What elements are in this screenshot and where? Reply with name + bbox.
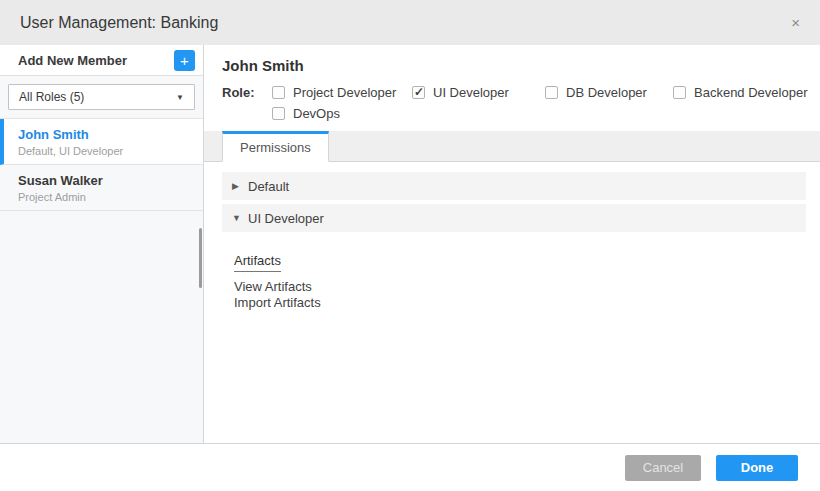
chevron-down-icon: ▼	[232, 213, 248, 223]
role-assignment: Role: Project Developer UI Developer DB …	[222, 85, 820, 121]
accordion-section-default[interactable]: ▶ Default	[222, 172, 806, 200]
dialog-title: User Management: Banking	[20, 14, 218, 32]
permissions-accordion: ▶ Default ▼ UI Developer Artifacts View …	[222, 172, 806, 311]
selected-member-heading: John Smith	[222, 57, 820, 74]
checkbox-devops[interactable]: DevOps	[272, 106, 412, 121]
members-sidebar: Add New Member + All Roles (5) ▼ John Sm…	[0, 45, 204, 443]
roles-filter-value: All Roles (5)	[19, 90, 84, 104]
member-name: John Smith	[18, 127, 193, 142]
checkbox-ui-developer[interactable]: UI Developer	[412, 85, 545, 100]
member-name: Susan Walker	[18, 173, 193, 188]
checkbox-icon	[673, 86, 686, 99]
dialog-header: User Management: Banking ×	[0, 0, 820, 45]
checkbox-icon	[272, 86, 285, 99]
done-button[interactable]: Done	[716, 455, 798, 481]
accordion-section-ui-developer[interactable]: ▼ UI Developer	[222, 204, 806, 232]
checkbox-db-developer[interactable]: DB Developer	[545, 85, 673, 100]
permissions-group-heading: Artifacts	[234, 253, 281, 272]
add-member-button[interactable]: +	[174, 50, 195, 71]
close-icon[interactable]: ×	[791, 15, 800, 30]
member-list: John Smith Default, UI Developer Susan W…	[0, 118, 203, 211]
checkbox-icon	[412, 86, 425, 99]
role-row-2: DevOps	[222, 106, 820, 121]
sidebar-scrollbar-thumb[interactable]	[199, 228, 202, 288]
checkbox-project-developer[interactable]: Project Developer	[272, 85, 412, 100]
member-list-item-susan-walker[interactable]: Susan Walker Project Admin	[0, 165, 203, 211]
tab-bar: Permissions	[204, 131, 820, 162]
chevron-down-icon: ▼	[176, 93, 184, 102]
tab-permissions[interactable]: Permissions	[222, 131, 329, 162]
permission-import-artifacts: Import Artifacts	[234, 295, 806, 311]
cancel-button[interactable]: Cancel	[625, 455, 701, 481]
dialog-footer: Cancel Done	[0, 443, 820, 491]
dialog-body: Add New Member + All Roles (5) ▼ John Sm…	[0, 45, 820, 443]
add-member-row: Add New Member +	[0, 45, 203, 76]
member-detail-panel: John Smith Role: Project Developer UI De…	[204, 45, 820, 443]
member-roles: Default, UI Developer	[18, 145, 193, 157]
add-member-label: Add New Member	[18, 53, 127, 68]
member-roles: Project Admin	[18, 191, 193, 203]
checkbox-backend-developer[interactable]: Backend Developer	[673, 85, 807, 100]
role-caption: Role:	[222, 85, 272, 100]
permission-view-artifacts: View Artifacts	[234, 279, 806, 295]
chevron-right-icon: ▶	[232, 181, 248, 191]
roles-filter-wrap: All Roles (5) ▼	[0, 76, 203, 118]
checkbox-icon	[272, 107, 285, 120]
role-row-1: Role: Project Developer UI Developer DB …	[222, 85, 820, 100]
user-management-dialog: User Management: Banking × Add New Membe…	[0, 0, 820, 491]
member-list-item-john-smith[interactable]: John Smith Default, UI Developer	[0, 119, 203, 165]
permissions-content: Artifacts View Artifacts Import Artifact…	[222, 236, 806, 311]
roles-filter-select[interactable]: All Roles (5) ▼	[8, 84, 195, 110]
checkbox-icon	[545, 86, 558, 99]
